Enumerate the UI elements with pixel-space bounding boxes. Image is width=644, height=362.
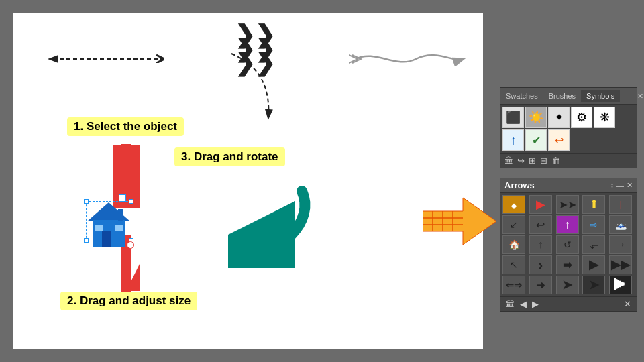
big-orange-arrow bbox=[423, 194, 496, 251]
arrow-item[interactable]: ➤ bbox=[556, 276, 579, 294]
wavy-arrow bbox=[349, 46, 470, 75]
arrow-item[interactable]: ↑ bbox=[529, 235, 552, 254]
arrow-item[interactable]: ⇐⇒ bbox=[502, 276, 525, 294]
step2-label: 2. Drag and adjust size bbox=[60, 292, 197, 310]
arrow-item[interactable]: ↩ bbox=[529, 215, 552, 234]
arrow-item[interactable]: ▶ bbox=[582, 255, 605, 274]
arrow-item[interactable]: ↖ bbox=[502, 255, 525, 274]
arrows-panel-title: Arrows bbox=[504, 180, 610, 190]
symbol-item[interactable]: ☀️ bbox=[525, 107, 547, 128]
house-object[interactable] bbox=[86, 201, 131, 251]
panel-close-icon[interactable]: ✕ bbox=[627, 181, 633, 190]
arrow-item[interactable]: ▶ bbox=[529, 195, 552, 214]
arrows-library-icon: 🏛 bbox=[506, 299, 515, 309]
teal-curved-arrow bbox=[228, 181, 315, 271]
arrows-grid: ⬥ ▶ ➤➤ ⬆ | ↙ ↩ ↑ ⇨ 🗻 🏠 ↑ ↺ ⬐ → ↖ › ➡ ▶ ▶… bbox=[500, 193, 637, 296]
panel-footer: 🏛 ↪ ⊞ ⊟ 🗑 bbox=[500, 153, 637, 168]
arrow-item[interactable]: ➡ bbox=[556, 255, 579, 274]
arrows-prev-icon[interactable]: ◀ bbox=[520, 299, 527, 309]
arrow-item[interactable]: › bbox=[529, 255, 552, 274]
arrows-next-icon[interactable]: ▶ bbox=[532, 299, 539, 309]
arrow-item[interactable]: ⯈ bbox=[609, 276, 632, 294]
close-icon[interactable]: ✕ bbox=[634, 90, 644, 102]
panel-tabs: Swatches Brushes Symbols — ✕ ☰ bbox=[500, 88, 637, 105]
arrow-item[interactable]: ⬥ bbox=[502, 195, 525, 214]
symbol-row-1: ⬛ ☀️ ✦ ⚙ ❋ bbox=[500, 105, 637, 129]
symbol-options-icon[interactable]: ⊞ bbox=[529, 156, 536, 166]
add-icon[interactable]: ↪ bbox=[517, 156, 525, 166]
arrow-item[interactable]: ↺ bbox=[556, 235, 579, 254]
step3-label: 3. Drag and rotate bbox=[174, 147, 285, 166]
arrows-panel: Arrows ↕ — ✕ ⬥ ▶ ➤➤ ⬆ | ↙ ↩ ↑ ⇨ 🗻 🏠 ↑ ↺ … bbox=[500, 178, 637, 312]
arrow-item[interactable]: ➤ bbox=[582, 276, 605, 294]
symbol-item[interactable]: ⬛ bbox=[502, 107, 524, 128]
tab-swatches[interactable]: Swatches bbox=[500, 90, 543, 102]
main-canvas: ❯❯ ❯❯ ❯❯ 1. Select the bbox=[13, 13, 483, 349]
symbol-item[interactable]: ↩ bbox=[548, 129, 570, 151]
arrow-item[interactable]: ⬐ bbox=[582, 235, 605, 254]
symbols-panel: Swatches Brushes Symbols — ✕ ☰ ⬛ ☀️ ✦ ⚙ … bbox=[500, 87, 637, 168]
arrow-item[interactable]: ↑ bbox=[556, 215, 579, 234]
tab-brushes[interactable]: Brushes bbox=[543, 90, 581, 102]
library-icon: 🏛 bbox=[504, 156, 513, 166]
arrow-item[interactable]: ➜ bbox=[529, 276, 552, 294]
symbol-item[interactable]: ✦ bbox=[548, 107, 570, 128]
svg-marker-9 bbox=[423, 198, 496, 245]
arrow-item[interactable]: ▶▶ bbox=[609, 255, 632, 274]
step1-label: 1. Select the object bbox=[67, 117, 184, 136]
panel-min-icon[interactable]: — bbox=[616, 182, 624, 190]
minimize-icon[interactable]: — bbox=[620, 90, 634, 101]
symbol-item[interactable]: ⚙ bbox=[571, 107, 592, 128]
symbol-item[interactable]: ↑ bbox=[502, 129, 524, 151]
arrows-panel-footer: 🏛 ◀ ▶ ✕ bbox=[500, 296, 637, 311]
curved-dashed-arrow bbox=[211, 50, 292, 133]
symbol-item[interactable]: ❋ bbox=[594, 107, 615, 128]
panel-expand-icon[interactable]: ↕ bbox=[610, 182, 614, 189]
symbol-trash-icon[interactable]: 🗑 bbox=[551, 156, 560, 166]
arrow-item[interactable]: | bbox=[609, 195, 632, 214]
arrow-item[interactable]: ⬆ bbox=[582, 195, 605, 214]
arrow-item[interactable]: ➤➤ bbox=[556, 195, 579, 214]
symbol-item[interactable]: ✔ bbox=[525, 129, 547, 151]
symbol-delete-icon[interactable]: ⊟ bbox=[540, 156, 547, 166]
dashed-arrow bbox=[40, 52, 174, 68]
symbol-row-2: ↑ ✔ ↩ bbox=[500, 129, 637, 153]
arrows-panel-header: Arrows ↕ — ✕ bbox=[500, 178, 637, 193]
arrow-item[interactable]: 🗻 bbox=[609, 215, 632, 234]
arrow-item[interactable]: ↙ bbox=[502, 215, 525, 234]
arrow-item[interactable]: → bbox=[609, 235, 632, 254]
arrow-item[interactable]: ⇨ bbox=[582, 215, 605, 234]
tab-symbols[interactable]: Symbols bbox=[581, 90, 620, 102]
arrow-item[interactable]: 🏠 bbox=[502, 235, 525, 254]
arrows-delete-icon[interactable]: ✕ bbox=[624, 299, 631, 309]
